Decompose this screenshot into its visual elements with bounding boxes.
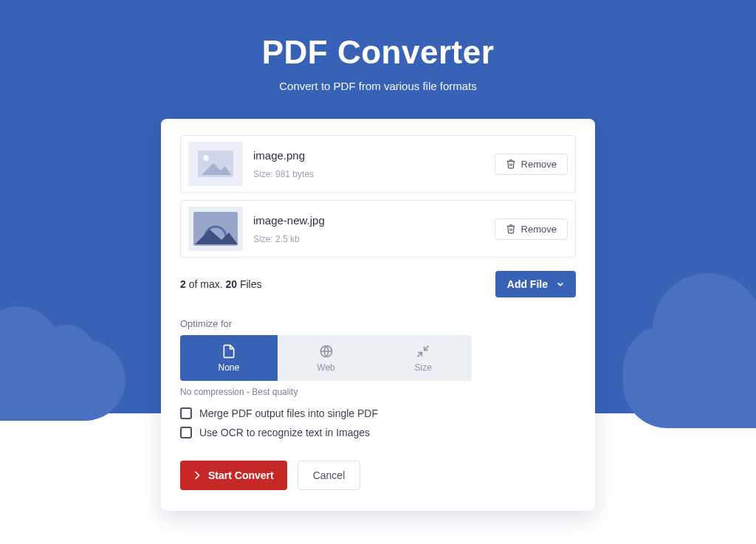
start-label: Start Convert — [208, 469, 274, 481]
optimize-tab-none[interactable]: None — [180, 335, 278, 381]
file-name: image.png — [253, 149, 484, 162]
file-count-text: Files — [237, 278, 261, 290]
file-count: 2 — [180, 278, 186, 290]
hero: PDF Converter Convert to PDF from variou… — [0, 0, 756, 92]
trash-icon — [506, 224, 516, 234]
page-subtitle: Convert to PDF from various file formats — [0, 80, 756, 92]
file-size: Size: 981 bytes — [253, 169, 484, 179]
merge-label: Merge PDF output files into single PDF — [199, 407, 378, 419]
add-file-button[interactable]: Add File — [495, 271, 576, 297]
converter-card: image.png Size: 981 bytes Remove image-n… — [161, 119, 595, 511]
file-count-text: of max. — [186, 278, 226, 290]
file-row: image.png Size: 981 bytes Remove — [180, 135, 576, 193]
globe-icon — [319, 344, 334, 359]
file-thumbnail — [188, 142, 243, 186]
actions-row: Start Convert Cancel — [180, 461, 576, 490]
file-size: Size: 2.5 kb — [253, 234, 484, 244]
file-row: image-new.jpg Size: 2.5 kb Remove — [180, 200, 576, 258]
ocr-label: Use OCR to recognize text in Images — [199, 427, 370, 438]
chevron-down-icon — [557, 280, 564, 288]
compress-icon — [416, 344, 430, 359]
svg-line-7 — [418, 352, 422, 357]
add-file-label: Add File — [507, 278, 548, 290]
remove-file-button[interactable]: Remove — [495, 218, 568, 240]
optimize-tab-web[interactable]: Web — [278, 335, 375, 381]
svg-line-6 — [425, 345, 429, 350]
trash-icon — [506, 159, 516, 169]
optimize-hint: No compression - Best quality — [180, 387, 576, 397]
checkbox-icon — [180, 407, 192, 419]
merge-checkbox-row[interactable]: Merge PDF output files into single PDF — [180, 407, 576, 419]
cloud-decoration — [0, 340, 126, 421]
optimize-section-label: Optimize for — [180, 318, 576, 329]
file-name: image-new.jpg — [253, 214, 484, 227]
optimize-tab-label: None — [218, 362, 239, 373]
file-max: 20 — [225, 278, 237, 290]
file-thumbnail — [188, 207, 243, 251]
cancel-label: Cancel — [313, 469, 346, 481]
cloud-decoration — [623, 325, 756, 428]
page-title: PDF Converter — [0, 34, 756, 71]
remove-label: Remove — [521, 224, 557, 235]
remove-file-button[interactable]: Remove — [495, 154, 568, 175]
image-placeholder-icon — [196, 148, 236, 179]
file-counter-row: 2 of max. 20 Files Add File — [180, 271, 576, 297]
file-info: image-new.jpg Size: 2.5 kb — [253, 214, 484, 244]
image-placeholder-icon — [192, 210, 239, 247]
checkbox-icon — [180, 427, 192, 438]
optimize-tab-label: Size — [415, 362, 432, 373]
start-convert-button[interactable]: Start Convert — [180, 461, 287, 490]
optimize-tab-label: Web — [317, 362, 334, 373]
svg-point-1 — [203, 155, 209, 161]
chevron-right-icon — [193, 470, 201, 481]
optimize-tabs: None Web Size — [180, 335, 472, 381]
optimize-tab-size[interactable]: Size — [374, 335, 472, 381]
file-info: image.png Size: 981 bytes — [253, 149, 484, 179]
file-counter: 2 of max. 20 Files — [180, 278, 262, 290]
cancel-button[interactable]: Cancel — [298, 461, 361, 490]
remove-label: Remove — [521, 159, 557, 170]
ocr-checkbox-row[interactable]: Use OCR to recognize text in Images — [180, 427, 576, 438]
file-icon — [221, 344, 236, 359]
